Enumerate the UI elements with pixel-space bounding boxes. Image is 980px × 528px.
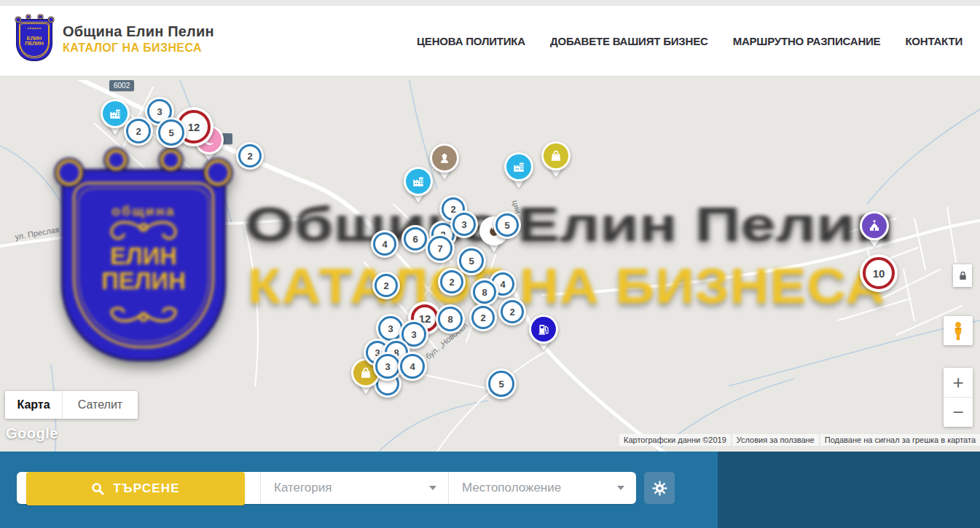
attribution-text: Картографски данни ©2019 — [619, 434, 731, 446]
cluster-marker[interactable]: 2 — [372, 272, 400, 299]
advanced-settings-button[interactable] — [644, 472, 675, 504]
cluster-marker[interactable]: 2 — [469, 304, 497, 331]
attribution-link[interactable]: Подаване на сигнал за грешка в картата — [820, 434, 980, 446]
top-strip — [0, 0, 980, 6]
cluster-marker[interactable]: 4 — [371, 230, 399, 258]
map-canvas[interactable]: 32512223256475224812822333834510 6002ул.… — [0, 80, 980, 452]
search-bar: Категория Местоположение ТЪРСЕНЕ — [0, 452, 980, 528]
google-logo[interactable]: Google — [6, 425, 58, 442]
pin-marker-construction-worker[interactable] — [430, 143, 459, 181]
search-button-label: ТЪРСЕНЕ — [113, 481, 180, 496]
cluster-marker[interactable]: 8 — [436, 304, 465, 334]
map-attribution: Картографски данни ©2019Условия за ползв… — [619, 434, 980, 446]
map-type-satellite-button[interactable]: Сателит — [62, 391, 138, 419]
pin-marker-factory[interactable] — [504, 152, 533, 190]
location-dropdown[interactable]: Местоположение — [449, 472, 636, 504]
search-button[interactable]: ТЪРСЕНЕ — [26, 472, 245, 505]
attribution-link[interactable]: Условия за ползване — [732, 434, 819, 446]
lock-icon[interactable] — [953, 264, 972, 287]
cluster-marker[interactable]: 2 — [124, 117, 153, 146]
chevron-down-icon — [429, 486, 436, 490]
cluster-marker[interactable]: 2 — [498, 298, 526, 326]
logo-title: Община Елин Пелин — [63, 23, 214, 40]
road-number-label: 6002 — [109, 80, 134, 91]
nav-item-1[interactable]: ДОБАВЕТЕ ВАШИЯТ БИЗНЕС — [550, 35, 708, 47]
zoom-control: + − — [944, 368, 973, 427]
cluster-marker[interactable]: 2 — [236, 142, 264, 170]
zoom-in-button[interactable]: + — [944, 368, 973, 398]
gear-icon — [652, 481, 667, 496]
cluster-marker[interactable]: 7 — [426, 234, 455, 263]
cluster-marker[interactable]: 5 — [457, 246, 486, 275]
cluster-marker[interactable]: 2 — [438, 268, 466, 296]
cluster-marker[interactable]: 10 — [860, 254, 898, 292]
map-type-map-button[interactable]: Карта — [5, 391, 62, 419]
cluster-marker[interactable]: 5 — [493, 211, 521, 239]
pegman-street-view-button[interactable] — [944, 316, 973, 345]
map-type-control: Карта Сателит — [5, 391, 138, 419]
pin-marker-fuel[interactable] — [529, 315, 558, 352]
nav-item-0[interactable]: ЦЕНОВА ПОЛИТИКА — [417, 35, 525, 47]
main-nav: ЦЕНОВА ПОЛИТИКАДОБАВЕТЕ ВАШИЯТ БИЗНЕСМАР… — [417, 6, 963, 76]
site-logo[interactable]: община ЕЛИН ПЕЛИН Община Елин Пелин КАТА… — [16, 16, 214, 61]
chevron-down-icon — [617, 486, 624, 490]
logo-subtitle: КАТАЛОГ НА БИЗНЕСА — [63, 42, 214, 55]
nav-item-3[interactable]: КОНТАКТИ — [905, 35, 963, 47]
cluster-marker[interactable]: 3 — [450, 210, 478, 238]
cluster-marker[interactable]: 4 — [398, 352, 427, 381]
cluster-marker[interactable]: 8 — [471, 278, 498, 306]
nav-item-2[interactable]: МАРШРУТНО РАЗПИСАНИЕ — [733, 35, 881, 47]
category-dropdown-value: Категория — [274, 481, 332, 495]
page: община ЕЛИН ПЕЛИН Община Елин Пелин КАТА… — [0, 0, 980, 528]
municipality-crest-icon: община ЕЛИН ПЕЛИН — [16, 16, 52, 61]
zoom-out-button[interactable]: − — [944, 398, 973, 427]
pin-marker-shopping-bag[interactable] — [541, 141, 571, 179]
category-dropdown[interactable]: Категория — [261, 472, 449, 504]
location-dropdown-value: Местоположение — [462, 481, 561, 495]
search-bar-right-panel — [718, 452, 980, 528]
search-icon — [91, 482, 104, 495]
header: община ЕЛИН ПЕЛИН Община Елин Пелин КАТА… — [0, 6, 980, 76]
cluster-marker[interactable]: 5 — [156, 117, 187, 148]
pin-marker-factory[interactable] — [404, 167, 433, 205]
pin-marker-church[interactable] — [860, 211, 889, 249]
cluster-marker[interactable]: 5 — [486, 369, 517, 399]
